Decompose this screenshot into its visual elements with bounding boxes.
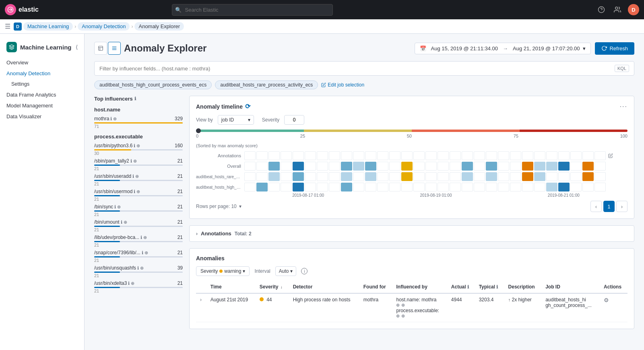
view-by-select[interactable]: job ID ▾: [218, 115, 254, 125]
influenced-link-1[interactable]: ⊕: [396, 303, 400, 308]
cell[interactable]: [594, 172, 606, 181]
cell[interactable]: [256, 162, 268, 171]
influencer-filter-icon[interactable]: ⊕: [113, 116, 117, 121]
cell[interactable]: [462, 172, 473, 181]
cell[interactable]: [425, 162, 437, 171]
cell[interactable]: [413, 183, 425, 191]
cell[interactable]: [256, 172, 268, 181]
rows-per-page[interactable]: Rows per page: 10 ▾: [196, 204, 242, 209]
cell[interactable]: [268, 162, 280, 171]
prev-page-btn[interactable]: ‹: [590, 201, 602, 212]
list-view-btn[interactable]: [108, 42, 121, 55]
cell[interactable]: [534, 183, 545, 191]
ann-edit-icon[interactable]: [607, 153, 615, 158]
cell[interactable]: [353, 162, 364, 171]
cell[interactable]: [570, 183, 582, 191]
cell[interactable]: [522, 183, 533, 191]
cell[interactable]: [317, 172, 328, 181]
cell[interactable]: [474, 183, 485, 191]
sidebar-item-data-frame[interactable]: Data Frame Analytics: [0, 89, 84, 100]
cell[interactable]: [244, 172, 256, 181]
cell[interactable]: [510, 162, 521, 171]
cell[interactable]: [353, 172, 364, 181]
cell[interactable]: [558, 183, 570, 191]
cell[interactable]: [377, 183, 388, 191]
cell[interactable]: [401, 183, 413, 191]
info-icon-snap[interactable]: ℹ: [142, 250, 143, 255]
user-avatar[interactable]: D: [628, 4, 639, 15]
cell[interactable]: [341, 172, 352, 181]
cell[interactable]: [401, 172, 413, 181]
cell[interactable]: [281, 172, 292, 181]
info-icon-useradd[interactable]: ℹ: [132, 174, 134, 179]
filter-input[interactable]: [99, 66, 615, 72]
cell[interactable]: [570, 172, 582, 181]
cell[interactable]: [522, 172, 533, 181]
cell[interactable]: [329, 183, 340, 191]
job-tag-0[interactable]: auditbeat_hosts_high_count_process_event…: [94, 80, 212, 89]
cell[interactable]: [244, 183, 256, 191]
cell[interactable]: [594, 183, 606, 191]
filter-icon-useradd[interactable]: ⊕: [135, 174, 139, 179]
sidebar-item-data-visualizer[interactable]: Data Visualizer: [0, 111, 84, 122]
page-1-btn[interactable]: 1: [603, 201, 615, 212]
cell[interactable]: [305, 183, 316, 191]
cell[interactable]: [558, 162, 570, 171]
cell[interactable]: [474, 162, 485, 171]
cell[interactable]: [365, 172, 376, 181]
cell[interactable]: [462, 183, 473, 191]
cell[interactable]: [486, 183, 497, 191]
chart-view-btn[interactable]: [94, 42, 107, 55]
cell[interactable]: [558, 172, 570, 181]
cell[interactable]: [256, 183, 268, 191]
timeline-more-btn[interactable]: ···: [620, 103, 627, 110]
filter-icon-probe[interactable]: ⊕: [143, 235, 147, 240]
sidebar-item-anomaly-detection[interactable]: Anomaly Detection: [0, 68, 84, 79]
annotations-header[interactable]: › Annotations Total: 2: [196, 231, 627, 237]
date-range-picker[interactable]: 📅 Aug 15, 2019 @ 21:11:34.00 → Aug 21, 2…: [415, 43, 591, 54]
cell[interactable]: [534, 162, 545, 171]
cell[interactable]: [365, 183, 376, 191]
influenced-link-2[interactable]: ⊕: [401, 303, 405, 308]
filter-icon-umount[interactable]: ⊕: [124, 220, 127, 225]
filter-icon-usermod[interactable]: ⊕: [136, 189, 140, 194]
cell[interactable]: [413, 172, 425, 181]
cell[interactable]: [582, 162, 594, 171]
sidebar-item-overview[interactable]: Overview: [0, 57, 84, 68]
hamburger-menu[interactable]: ☰: [5, 23, 10, 30]
cell[interactable]: [450, 172, 461, 181]
cell[interactable]: [341, 162, 352, 171]
severity-filter-dropdown[interactable]: Severity warning ▾: [196, 266, 250, 276]
severity-slider-thumb[interactable]: [196, 128, 201, 133]
edit-job-link[interactable]: Edit job selection: [321, 82, 364, 88]
cell[interactable]: [498, 183, 509, 191]
cell[interactable]: [546, 162, 557, 171]
cell[interactable]: [377, 172, 388, 181]
filter-bar[interactable]: KQL: [94, 61, 634, 76]
actual-info-icon[interactable]: ℹ: [467, 284, 469, 289]
info-icon-pam[interactable]: ℹ: [130, 159, 132, 164]
cell[interactable]: [268, 172, 280, 181]
cell[interactable]: [582, 172, 594, 181]
row-actions-btn[interactable]: ⚙: [604, 297, 609, 303]
influencer-link-icon-py[interactable]: ℹ: [134, 143, 135, 148]
cell[interactable]: [317, 183, 328, 191]
help-icon[interactable]: [596, 4, 607, 15]
anomalies-info-icon[interactable]: i: [301, 268, 308, 274]
refresh-button[interactable]: Refresh: [595, 42, 634, 55]
sidebar-collapse-btn[interactable]: ⟨: [76, 44, 78, 50]
info-icon-unsquash[interactable]: ℹ: [137, 266, 139, 271]
cell[interactable]: [474, 172, 485, 181]
cell[interactable]: [389, 183, 400, 191]
cell[interactable]: [281, 162, 292, 171]
cell[interactable]: [389, 162, 400, 171]
influencer-filter-icon-py[interactable]: ⊕: [136, 143, 140, 148]
cell[interactable]: [389, 172, 400, 181]
cell[interactable]: [498, 172, 509, 181]
info-icon-probe[interactable]: ℹ: [140, 235, 142, 240]
cell[interactable]: [244, 162, 256, 171]
cell[interactable]: [546, 183, 557, 191]
cell[interactable]: [594, 162, 606, 171]
breadcrumb-link-ad[interactable]: Anomaly Detection: [78, 22, 130, 31]
cell[interactable]: [582, 183, 594, 191]
